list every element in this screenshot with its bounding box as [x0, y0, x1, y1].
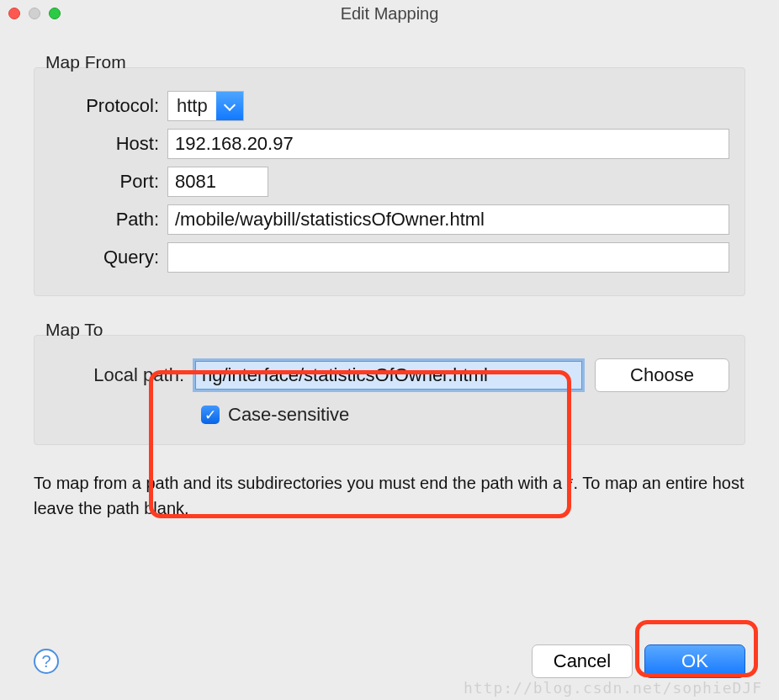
protocol-label: Protocol:: [50, 95, 167, 117]
dialog-content: Map From Protocol: http Host: Port:: [0, 27, 779, 529]
chevron-down-icon: [224, 98, 236, 110]
local-path-label: Local path:: [50, 364, 193, 386]
dialog-footer: ? Cancel OK: [34, 644, 745, 678]
query-row: Query:: [50, 242, 729, 273]
protocol-value: http: [168, 92, 216, 120]
question-icon: ?: [41, 652, 50, 671]
window-title: Edit Mapping: [0, 4, 779, 24]
cancel-button[interactable]: Cancel: [532, 644, 633, 678]
port-row: Port:: [50, 167, 729, 197]
path-label: Path:: [50, 209, 167, 231]
choose-button[interactable]: Choose: [595, 358, 729, 392]
case-sensitive-checkbox[interactable]: ✓: [201, 406, 220, 424]
case-sensitive-row: ✓ Case-sensitive: [201, 404, 729, 426]
checkmark-icon: ✓: [204, 408, 216, 422]
port-input[interactable]: [167, 167, 268, 197]
host-label: Host:: [50, 133, 167, 155]
host-row: Host:: [50, 129, 729, 159]
footer-buttons: Cancel OK: [532, 644, 745, 678]
hint-text: To map from a path and its subdirectorie…: [34, 470, 745, 521]
title-bar: Edit Mapping: [0, 0, 779, 27]
case-sensitive-label: Case-sensitive: [228, 404, 349, 426]
map-from-inner: Protocol: http Host: Port: Path:: [34, 67, 745, 296]
map-to-group: Map To Local path: Choose ✓ Case-sensiti…: [34, 335, 745, 445]
protocol-row: Protocol: http: [50, 91, 729, 121]
local-path-row: Local path: Choose: [50, 358, 729, 392]
port-label: Port:: [50, 171, 167, 193]
host-input[interactable]: [167, 129, 729, 159]
protocol-select[interactable]: http: [167, 91, 244, 121]
query-label: Query:: [50, 247, 167, 268]
query-input[interactable]: [167, 242, 729, 273]
watermark: http://blog.csdn.net/sophieDJF: [464, 679, 762, 697]
map-from-legend: Map From: [45, 52, 126, 72]
path-row: Path:: [50, 204, 729, 235]
map-to-legend: Map To: [45, 320, 103, 340]
map-to-inner: Local path: Choose ✓ Case-sensitive: [34, 335, 745, 445]
protocol-dropdown-button[interactable]: [216, 92, 243, 120]
help-button[interactable]: ?: [34, 649, 59, 674]
path-input[interactable]: [167, 204, 729, 235]
map-from-group: Map From Protocol: http Host: Port:: [34, 67, 745, 296]
ok-button[interactable]: OK: [644, 644, 745, 678]
local-path-input[interactable]: [193, 358, 585, 392]
